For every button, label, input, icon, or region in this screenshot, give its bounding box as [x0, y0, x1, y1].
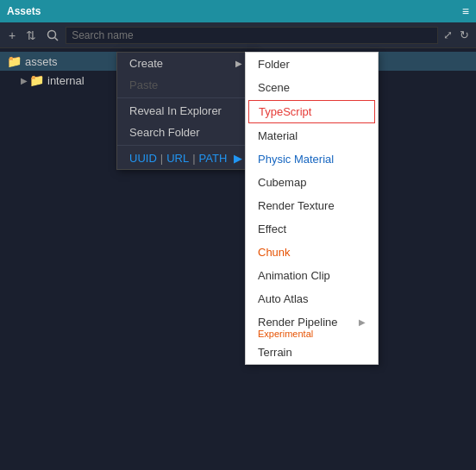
refresh-icon[interactable]: ↻: [458, 27, 471, 43]
ctx-search-folder[interactable]: Search Folder: [117, 122, 254, 143]
ctx2-scene[interactable]: Scene: [246, 76, 378, 99]
ctx2-terrain-label: Terrain: [258, 346, 292, 359]
tree-label-assets: assets: [25, 55, 58, 68]
ctx2-physic-material-label: Physic Material: [258, 153, 334, 166]
ctx2-typescript-label: TypeScript: [259, 105, 311, 118]
ctx-sep-1: [117, 97, 254, 98]
tree-label-internal: internal: [47, 74, 85, 87]
ctx-reveal[interactable]: Reveal In Explorer: [117, 100, 254, 122]
ctx2-animation-clip-label: Animation Clip: [258, 269, 330, 282]
ctx2-auto-atlas-label: Auto Atlas: [258, 292, 309, 305]
ctx-uuid-arrow: ▶: [234, 152, 242, 165]
ctx2-typescript[interactable]: TypeScript: [248, 100, 375, 123]
context-menu-1: Create ▶ Paste Reveal In Explorer Search…: [116, 52, 255, 170]
svg-point-0: [48, 30, 56, 38]
context-menu-2: Folder Scene TypeScript Material Physic …: [245, 52, 379, 365]
search-input[interactable]: [66, 27, 438, 44]
folder-icon-internal: 📁: [29, 73, 44, 87]
ctx2-material[interactable]: Material: [246, 124, 378, 147]
ctx2-render-texture-label: Render Texture: [258, 199, 335, 212]
ctx2-terrain[interactable]: Terrain: [246, 341, 378, 364]
ctx2-scene-label: Scene: [258, 81, 290, 94]
ctx-search-folder-label: Search Folder: [129, 126, 200, 139]
ctx-create-label: Create: [129, 57, 163, 70]
ctx2-render-pipeline[interactable]: Render Pipeline ▶ Experimental: [246, 310, 378, 341]
ctx2-effect[interactable]: Effect: [246, 217, 378, 241]
ctx-uuid-label: UUID: [129, 152, 157, 165]
ctx2-render-pipeline-arrow: ▶: [359, 317, 366, 327]
ctx2-chunk[interactable]: Chunk: [246, 241, 378, 264]
ctx2-folder-label: Folder: [258, 58, 290, 71]
ctx2-chunk-label: Chunk: [258, 246, 291, 259]
title-bar: Assets ≡: [0, 0, 476, 22]
panel-title: Assets: [7, 5, 41, 17]
sort-button[interactable]: ⇅: [22, 27, 40, 44]
ctx2-render-texture[interactable]: Render Texture: [246, 194, 378, 217]
ctx2-folder[interactable]: Folder: [246, 53, 378, 76]
ctx-create[interactable]: Create ▶: [117, 53, 254, 74]
ctx-uuid-row[interactable]: UUID | URL | PATH ▶: [117, 147, 254, 169]
add-button[interactable]: +: [5, 27, 19, 44]
ctx2-animation-clip[interactable]: Animation Clip: [246, 264, 378, 287]
svg-line-1: [55, 37, 59, 41]
ctx-paste-label: Paste: [129, 78, 158, 91]
ctx2-cubemap-label: Cubemap: [258, 176, 306, 189]
expand-icon[interactable]: ⤢: [442, 27, 454, 43]
ctx-url-label: URL: [166, 152, 189, 165]
search-button[interactable]: [43, 28, 62, 43]
folder-icon: 📁: [7, 54, 22, 68]
ctx2-material-label: Material: [258, 129, 298, 142]
toolbar: + ⇅ ⤢ ↻: [0, 22, 476, 48]
ctx2-render-pipeline-label: Render Pipeline: [258, 316, 338, 329]
ctx2-physic-material[interactable]: Physic Material: [246, 147, 378, 171]
menu-icon[interactable]: ≡: [462, 4, 469, 18]
ctx-path-label: PATH: [199, 152, 228, 165]
ctx2-effect-label: Effect: [258, 222, 286, 235]
ctx-paste: Paste: [117, 74, 254, 96]
ctx-reveal-label: Reveal In Explorer: [129, 104, 222, 117]
ctx-create-arrow: ▶: [235, 59, 242, 68]
ctx2-auto-atlas[interactable]: Auto Atlas: [246, 287, 378, 310]
ctx-uuid-sep-1: |: [160, 152, 163, 165]
ctx-sep-2: [117, 145, 254, 146]
ctx-uuid-sep-2: |: [192, 152, 195, 165]
ctx2-render-pipeline-row: Render Pipeline ▶: [258, 316, 366, 329]
ctx2-cubemap[interactable]: Cubemap: [246, 171, 378, 194]
tree-arrow-internal: ▶: [21, 76, 28, 85]
ctx2-experimental-label: Experimental: [258, 329, 313, 339]
